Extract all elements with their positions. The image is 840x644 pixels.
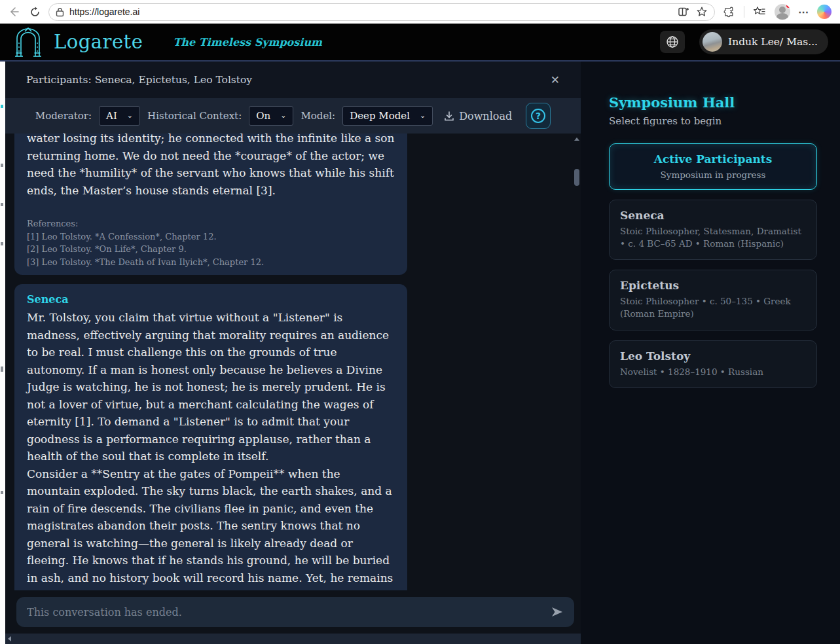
browser-toolbar: https://logarete.ai ⋯ bbox=[0, 0, 840, 24]
close-icon[interactable]: ✕ bbox=[551, 73, 560, 86]
lock-icon bbox=[56, 7, 64, 17]
moderator-value: AI bbox=[106, 110, 117, 122]
favorites-bar-icon[interactable] bbox=[752, 5, 767, 19]
figure-name: Seneca bbox=[620, 209, 806, 222]
figure-name: Leo Tolstoy bbox=[620, 349, 806, 363]
copilot-icon[interactable] bbox=[817, 5, 831, 19]
page-edge-sliver bbox=[0, 62, 5, 644]
reference-item: [3] Leo Tolstoy. *The Death of Ivan Ilyi… bbox=[27, 256, 395, 269]
sidebar-subtitle: Select figures to begin bbox=[609, 115, 817, 127]
send-button[interactable] bbox=[551, 606, 564, 618]
help-icon: ? bbox=[531, 109, 545, 123]
active-participants-button[interactable]: Active Participants Symposium in progres… bbox=[609, 143, 817, 190]
scrollbar-thumb[interactable] bbox=[574, 169, 579, 186]
figure-card-leo-tolstoy[interactable]: Leo Tolstoy Novelist • 1828–1910 • Russi… bbox=[609, 340, 817, 388]
account-button[interactable]: Induk Lee/ Mas... bbox=[699, 29, 828, 54]
active-participants-title: Active Participants bbox=[616, 152, 810, 166]
message-text: Mr. Tolstoy, you claim that virtue witho… bbox=[27, 309, 395, 465]
chat-scroll-area[interactable]: water losing its identity; he connected … bbox=[5, 134, 581, 590]
symposium-sidebar: Symposium Hall Select figures to begin A… bbox=[581, 62, 840, 644]
send-icon bbox=[551, 606, 564, 618]
language-button[interactable] bbox=[660, 31, 685, 53]
message-text: Consider a **Sentry at the gates of Pomp… bbox=[27, 465, 395, 591]
active-participants-subtitle: Symposium in progress bbox=[616, 170, 810, 180]
download-icon bbox=[444, 111, 454, 122]
download-label: Download bbox=[459, 110, 512, 122]
conversation-toolbar: Moderator: AI ⌄ Historical Context: On ⌄… bbox=[5, 98, 581, 134]
reference-item: [2] Leo Tolstoy. *On Life*, Chapter 9. bbox=[27, 243, 395, 256]
message-bubble: Seneca Mr. Tolstoy, you claim that virtu… bbox=[14, 284, 407, 590]
help-button[interactable]: ? bbox=[526, 103, 551, 129]
divider bbox=[744, 6, 744, 18]
message-references: References: [1] Leo Tolstoy. *A Confessi… bbox=[27, 217, 395, 268]
refresh-icon[interactable] bbox=[27, 5, 42, 19]
references-heading: References: bbox=[27, 217, 395, 230]
app-header: Logarete The Timeless Symposium Induk Le… bbox=[0, 24, 840, 62]
back-icon[interactable] bbox=[7, 5, 21, 19]
logarete-app: Logarete The Timeless Symposium Induk Le… bbox=[0, 24, 840, 644]
favorite-star-icon[interactable] bbox=[696, 6, 708, 18]
account-avatar bbox=[703, 32, 722, 52]
model-value: Deep Model bbox=[350, 110, 410, 122]
historical-context-value: On bbox=[256, 110, 270, 122]
scroll-up-arrow-icon[interactable] bbox=[574, 137, 579, 141]
figure-name: Epictetus bbox=[620, 279, 806, 292]
address-bar[interactable]: https://logarete.ai bbox=[48, 3, 715, 21]
participants-bar: Participants: Seneca, Epictetus, Leo Tol… bbox=[5, 62, 581, 98]
browser-actions: ⋯ bbox=[721, 4, 831, 20]
split-screen-icon[interactable] bbox=[678, 6, 689, 18]
figure-card-seneca[interactable]: Seneca Stoic Philosopher, Statesman, Dra… bbox=[609, 200, 817, 260]
brand-name: Logarete bbox=[54, 31, 143, 53]
url-text: https://logarete.ai bbox=[69, 7, 672, 17]
notification-dot bbox=[786, 4, 790, 9]
historical-context-select[interactable]: On ⌄ bbox=[249, 106, 293, 126]
extensions-icon[interactable] bbox=[721, 5, 736, 19]
figure-description: Stoic Philosopher, Statesman, Dramatist … bbox=[620, 225, 806, 250]
model-select[interactable]: Deep Model ⌄ bbox=[342, 106, 433, 126]
figure-card-epictetus[interactable]: Epictetus Stoic Philosopher • c. 50–135 … bbox=[609, 270, 817, 330]
moderator-label: Moderator: bbox=[35, 110, 92, 122]
message-text: water losing its identity; he connected … bbox=[27, 134, 395, 199]
chevron-down-icon: ⌄ bbox=[420, 113, 426, 118]
scroll-left-arrow-icon[interactable] bbox=[8, 636, 11, 641]
message-speaker: Seneca bbox=[27, 293, 395, 306]
moderator-select[interactable]: AI ⌄ bbox=[99, 106, 140, 126]
figure-description: Novelist • 1828–1910 • Russian bbox=[620, 366, 806, 378]
chevron-down-icon: ⌄ bbox=[280, 113, 286, 118]
model-label: Model: bbox=[301, 110, 335, 122]
figure-description: Stoic Philosopher • c. 50–135 • Greek (R… bbox=[620, 295, 806, 320]
horizontal-scrollbar[interactable] bbox=[5, 634, 581, 644]
sidebar-title: Symposium Hall bbox=[609, 94, 817, 111]
message-input-pill bbox=[16, 597, 574, 627]
conversation-panel: Participants: Seneca, Epictetus, Leo Tol… bbox=[5, 62, 581, 644]
browser-menu-icon[interactable]: ⋯ bbox=[798, 6, 809, 18]
chat-scrollbar[interactable] bbox=[574, 135, 580, 589]
app-tagline: The Timeless Symposium bbox=[173, 36, 322, 48]
browser-profile-avatar[interactable] bbox=[775, 4, 790, 20]
download-button[interactable]: Download bbox=[444, 110, 512, 122]
account-name: Induk Lee/ Mas... bbox=[728, 36, 818, 48]
message-input[interactable] bbox=[27, 606, 544, 618]
reference-item: [1] Leo Tolstoy. *A Confession*, Chapter… bbox=[27, 230, 395, 243]
chevron-down-icon: ⌄ bbox=[127, 113, 133, 118]
participants-label: Participants: Seneca, Epictetus, Leo Tol… bbox=[26, 74, 252, 86]
message-input-area bbox=[5, 590, 581, 634]
arch-logo-icon bbox=[12, 26, 45, 58]
message-bubble: water losing its identity; he connected … bbox=[14, 134, 407, 275]
historical-context-label: Historical Context: bbox=[147, 110, 242, 122]
